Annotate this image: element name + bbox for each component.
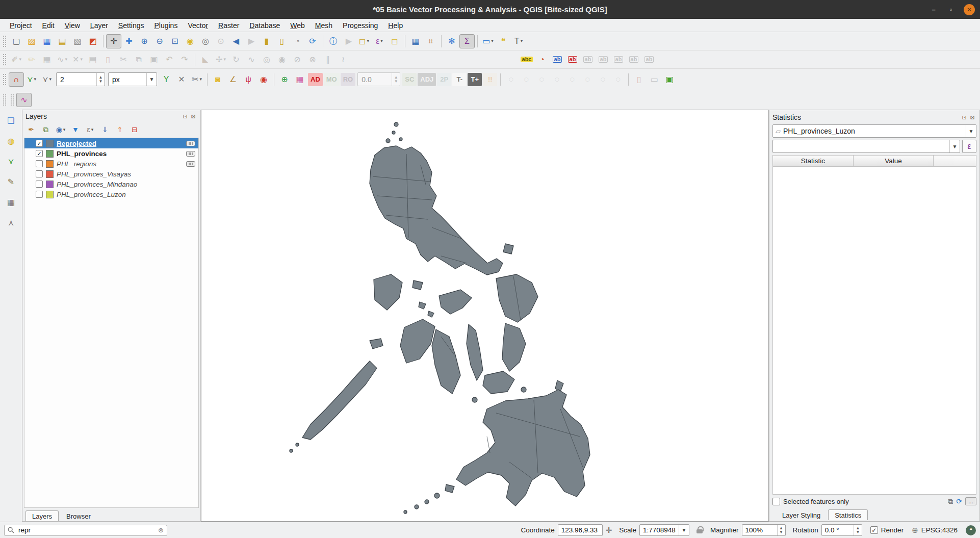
measure-line-icon[interactable]: ▭▾ — [480, 34, 496, 48]
float-panel-icon[interactable]: ⊡ — [181, 113, 189, 120]
add-ring-icon[interactable]: ◎ — [259, 53, 274, 67]
scale-combo[interactable]: ▼ — [639, 524, 689, 536]
trim-extend-icon[interactable]: ✂▾ — [189, 72, 204, 87]
node-tool-2-icon[interactable]: ◌ — [519, 72, 534, 87]
layer-item-PHL_provinces_Visayas[interactable]: PHL_provinces_Visayas — [24, 169, 198, 179]
layer-item-PHL_provinces_Mindanao[interactable]: PHL_provinces_Mindanao — [24, 179, 198, 189]
reshape-features-icon[interactable]: ≀ — [336, 53, 351, 67]
layer-item-PHL_provinces_Luzon[interactable]: PHL_provinces_Luzon — [24, 189, 198, 199]
color-swatches-icon[interactable]: ▦ — [292, 72, 307, 87]
layer-visibility-checkbox[interactable] — [36, 181, 43, 188]
identify-features-icon[interactable]: ⓘ — [326, 34, 341, 48]
label-warning-button[interactable]: !! — [483, 73, 497, 86]
fill-ring-icon[interactable]: ◉ — [274, 53, 290, 67]
toolbar-handle[interactable] — [3, 94, 7, 106]
two-point-button[interactable]: 2P — [437, 73, 451, 86]
attribute-grid-icon[interactable]: ▦ — [4, 195, 19, 210]
map-tips-icon[interactable]: ❝ — [496, 34, 511, 48]
remove-layer-icon[interactable]: ⊟ — [128, 123, 141, 136]
layer-visibility-checkbox[interactable]: ✓ — [36, 140, 43, 147]
pan-map-icon[interactable]: ✛ — [106, 34, 121, 48]
node-tool-3-icon[interactable]: ◌ — [534, 72, 549, 87]
zoom-to-selection-icon[interactable]: ◉ — [183, 34, 198, 48]
elevation-profile-icon[interactable]: ∿ — [16, 93, 32, 107]
delete-selected-icon[interactable]: ▯ — [100, 53, 116, 67]
move-feature-icon[interactable]: ✢▾ — [213, 53, 228, 67]
scale-button[interactable]: SC — [402, 73, 417, 86]
topological-editing-icon[interactable]: ⋎▾ — [39, 72, 55, 87]
auto-dimension-button[interactable]: AD — [308, 73, 323, 86]
close-panel-icon[interactable]: ⊠ — [968, 114, 976, 121]
move-label-icon[interactable]: ab — [611, 53, 626, 67]
undo-icon[interactable]: ↶ — [162, 53, 177, 67]
spin-arrows-icon[interactable]: ▲▼ — [777, 525, 785, 535]
snap-tolerance-spinbox[interactable]: 2▲▼ — [56, 72, 105, 86]
menu-vector[interactable]: Vector — [183, 20, 213, 31]
tab-browser[interactable]: Browser — [60, 510, 97, 521]
layer-item-PHL_provinces[interactable]: ✓PHL_provinces — [24, 148, 198, 159]
column-header-statistic[interactable]: Statistic — [772, 155, 853, 167]
search-input[interactable] — [17, 526, 155, 534]
text-annotation-icon[interactable]: T▾ — [511, 34, 526, 48]
zoom-last-icon[interactable]: ◀ — [228, 34, 244, 48]
text-larger-button[interactable]: T+ — [468, 73, 482, 86]
redo-icon[interactable]: ↷ — [177, 53, 192, 67]
current-edits-icon[interactable]: ✐▾ — [9, 53, 24, 67]
add-layers-icon[interactable]: ❏ — [4, 114, 19, 128]
copy-statistics-icon[interactable]: ⧉ — [948, 497, 953, 506]
menu-view[interactable]: View — [60, 20, 85, 31]
run-feature-action-icon[interactable]: ▶ — [341, 34, 356, 48]
modify-attributes-icon[interactable]: ▤ — [85, 53, 100, 67]
vector-layer-icon[interactable]: ⋎ — [4, 155, 19, 169]
menu-database[interactable]: Database — [245, 20, 285, 31]
node-tool-7-icon[interactable]: ◌ — [595, 72, 610, 87]
filter-legend-icon[interactable]: ▼ — [69, 123, 82, 136]
zoom-full-extent-icon[interactable]: ⊡ — [167, 34, 183, 48]
snap-units-combo[interactable]: px▼ — [108, 72, 157, 86]
snap-intersection-icon[interactable]: ✕ — [174, 72, 189, 87]
digitize-with-segment-icon[interactable]: ∿▾ — [55, 53, 70, 67]
zoom-next-icon[interactable]: ▶ — [244, 34, 259, 48]
magnifier-spinbox[interactable]: ▲▼ — [742, 524, 786, 536]
label-add-icon[interactable]: ab — [550, 53, 565, 67]
style-dock-icon[interactable]: ✎ — [4, 175, 19, 189]
stats-layer-combo[interactable]: ▱ PHL_provinces_Luzon ▼ — [772, 124, 976, 138]
close-button[interactable]: ✕ — [964, 4, 975, 15]
data-defined-icon[interactable]: ◙ — [210, 72, 225, 87]
vertex-tool-icon[interactable]: ✕▾ — [70, 53, 85, 67]
menu-edit[interactable]: Edit — [38, 20, 59, 31]
scale-input[interactable] — [640, 525, 679, 535]
zoom-to-feature-icon[interactable]: ⊕ — [277, 72, 292, 87]
delete-part-icon[interactable]: ⊗ — [305, 53, 320, 67]
messages-icon[interactable]: ❝ — [966, 525, 976, 535]
refresh-statistics-icon[interactable]: ⟳ — [956, 497, 962, 505]
menu-raster[interactable]: Raster — [214, 20, 244, 31]
zoom-in-icon[interactable]: ⊕ — [137, 34, 152, 48]
new-project-icon[interactable]: ▢ — [9, 34, 24, 48]
new-bookmark-icon[interactable]: ▮ — [259, 34, 274, 48]
node-tool-6-icon[interactable]: ◌ — [580, 72, 595, 87]
layout-manager-icon[interactable]: ▧ — [70, 34, 85, 48]
zoom-to-layer-icon[interactable]: ◎ — [198, 34, 213, 48]
menu-settings[interactable]: Settings — [114, 20, 149, 31]
text-smaller-button[interactable]: T- — [452, 73, 467, 86]
node-tool-4-icon[interactable]: ◌ — [549, 72, 564, 87]
close-panel-icon[interactable]: ⊠ — [189, 113, 197, 120]
select-by-expression-icon[interactable]: ε▾ — [372, 34, 387, 48]
rotate-feature-icon[interactable]: ↻ — [228, 53, 244, 67]
toolbar-handle[interactable] — [3, 35, 7, 47]
clear-search-icon[interactable]: ⊗ — [158, 526, 164, 534]
node-tool-5-icon[interactable]: ◌ — [564, 72, 580, 87]
attribute-table-icon[interactable]: ▦ — [408, 34, 423, 48]
delete-ring-icon[interactable]: ⊘ — [290, 53, 305, 67]
expand-all-icon[interactable]: ⇓ — [98, 123, 112, 136]
select-features-icon[interactable]: ◻▾ — [356, 34, 372, 48]
save-layer-edits-icon[interactable]: ▦ — [39, 53, 55, 67]
open-project-icon[interactable]: ▨ — [24, 34, 39, 48]
extents-toggle-icon[interactable]: ✛ — [606, 526, 612, 535]
coordinate-input[interactable] — [558, 524, 603, 536]
locator-search[interactable]: ⊗ — [4, 525, 167, 536]
filter-expression-icon[interactable]: ε▾ — [84, 123, 97, 136]
advanced-digitizing-icon[interactable]: ◣ — [198, 53, 213, 67]
placement-pin-icon[interactable]: ◉ — [256, 72, 271, 87]
